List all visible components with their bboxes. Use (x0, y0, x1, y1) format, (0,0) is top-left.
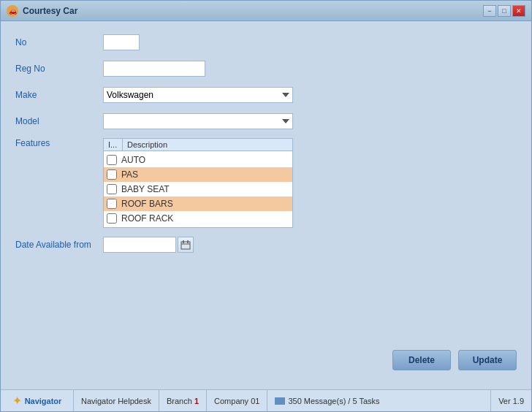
branch-number: 1 (194, 397, 199, 405)
status-logo: ✦ Navigator (1, 390, 74, 411)
company-section: Company 01 (207, 390, 267, 411)
close-button[interactable]: ✕ (512, 5, 525, 17)
reg-no-label: Reg No (15, 64, 103, 74)
company-text: Company 01 (214, 397, 259, 405)
version-section: Ver 1.9 (490, 390, 531, 411)
feature-name-1: AUTO (121, 155, 145, 165)
calendar-icon (180, 240, 191, 250)
title-controls: − □ ✕ (483, 5, 525, 17)
make-select[interactable]: Volkswagen Ford BMW Toyota (103, 87, 293, 103)
buttons-row: Delete Update (15, 350, 517, 378)
model-row: Model (15, 112, 517, 131)
feature-name-4: ROOF BARS (121, 199, 173, 209)
features-body: AUTO PAS BABY SEAT ROOF BARS (104, 151, 292, 227)
messages-section: 350 Message(s) / 5 Tasks (267, 390, 490, 411)
navigator-text: Navigator (25, 397, 62, 405)
make-label: Make (15, 90, 103, 100)
features-label: Features (15, 138, 103, 148)
version-text: Ver 1.9 (498, 397, 524, 405)
date-available-label: Date Available from (15, 240, 103, 250)
model-label: Model (15, 116, 103, 126)
app-icon: 🚗 (7, 5, 18, 17)
form-content: No Reg No Make Volkswagen Ford BMW Toyot… (1, 21, 531, 389)
features-header: I... Description (104, 139, 292, 151)
feature-checkbox-2[interactable] (107, 169, 117, 180)
no-input[interactable] (103, 34, 140, 50)
model-select[interactable] (103, 113, 293, 129)
feature-name-2: PAS (121, 169, 138, 180)
main-window: 🚗 Courtesy Car − □ ✕ No Reg No Make Volk… (0, 0, 532, 412)
feature-row-1: AUTO (104, 153, 292, 167)
date-available-row: Date Available from (15, 235, 517, 254)
minimize-button[interactable]: − (483, 5, 496, 17)
messages-text: 350 Message(s) / 5 Tasks (288, 397, 379, 405)
delete-button[interactable]: Delete (392, 350, 451, 370)
branch-section: Branch 1 (159, 390, 207, 411)
make-row: Make Volkswagen Ford BMW Toyota (15, 85, 517, 104)
branch-label: Branch (167, 397, 192, 405)
feature-checkbox-5[interactable] (107, 213, 117, 224)
feature-row-2: PAS (104, 167, 292, 182)
reg-no-row: Reg No (15, 59, 517, 78)
window-title: Courtesy Car (23, 6, 77, 16)
navigator-star-icon: ✦ (12, 394, 22, 408)
maximize-button[interactable]: □ (498, 5, 511, 17)
feature-row-4: ROOF BARS (104, 197, 292, 211)
envelope-icon (275, 397, 285, 405)
title-bar: 🚗 Courtesy Car − □ ✕ (1, 1, 531, 21)
features-col2-header: Description (123, 139, 292, 150)
features-row: Features I... Description AUTO PAS (15, 138, 517, 228)
feature-row-5: ROOF RACK (104, 211, 292, 226)
feature-row-3: BABY SEAT (104, 182, 292, 197)
no-label: No (15, 37, 103, 47)
feature-checkbox-4[interactable] (107, 199, 117, 209)
features-col1-header: I... (104, 139, 123, 150)
calendar-button[interactable] (178, 237, 194, 253)
feature-name-5: ROOF RACK (121, 213, 173, 224)
reg-no-input[interactable] (103, 61, 205, 77)
status-bar: ✦ Navigator Navigator Helpdesk Branch 1 … (1, 389, 531, 411)
date-available-input[interactable] (103, 237, 176, 253)
feature-checkbox-3[interactable] (107, 184, 117, 194)
helpdesk-section: Navigator Helpdesk (74, 390, 159, 411)
title-bar-left: 🚗 Courtesy Car (7, 5, 77, 17)
features-table: I... Description AUTO PAS BABY SEAT (103, 138, 293, 228)
update-button[interactable]: Update (458, 350, 517, 370)
helpdesk-text: Navigator Helpdesk (81, 397, 151, 405)
no-row: No (15, 33, 517, 52)
svg-rect-0 (181, 242, 190, 249)
feature-checkbox-1[interactable] (107, 155, 117, 165)
date-input-wrapper (103, 237, 194, 253)
feature-name-3: BABY SEAT (121, 184, 170, 194)
